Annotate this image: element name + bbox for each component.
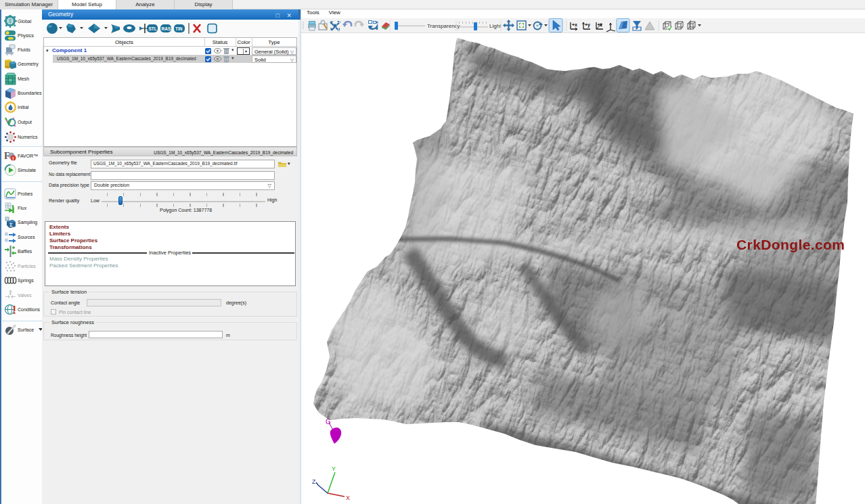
svg-text:+x: +x	[572, 22, 577, 27]
svg-text:STL: STL	[149, 26, 157, 31]
svg-text:Y: Y	[332, 465, 336, 472]
svg-text:Transparency: Transparency	[427, 23, 460, 29]
svg-text:G: G	[326, 418, 331, 426]
svg-text:RAS: RAS	[162, 26, 171, 31]
svg-text:+z: +z	[598, 22, 603, 27]
svg-text:Light: Light	[489, 23, 502, 29]
svg-text:TIN: TIN	[175, 26, 183, 31]
svg-text:+y: +y	[585, 22, 590, 28]
svg-text:!: !	[12, 156, 14, 162]
svg-text:Z: Z	[312, 478, 316, 485]
svg-text:X: X	[346, 495, 350, 501]
svg-text:Σ: Σ	[9, 222, 13, 228]
